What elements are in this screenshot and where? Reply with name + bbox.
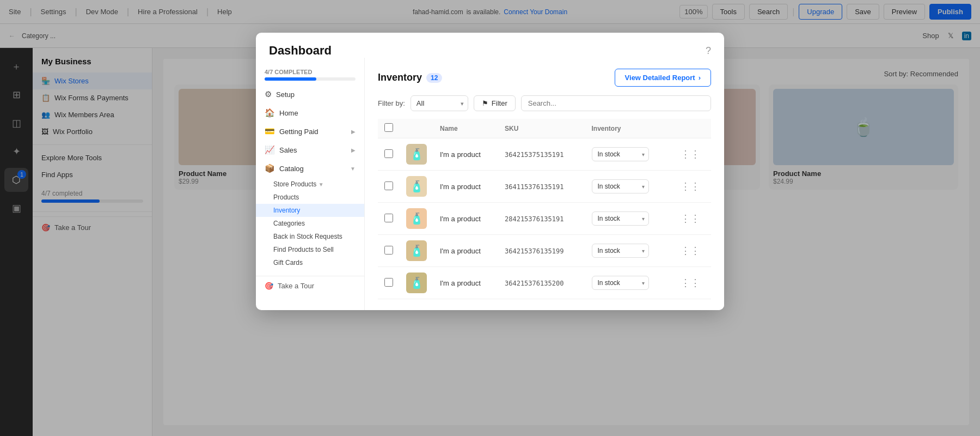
row-name-cell: I'm a product — [433, 203, 498, 235]
filter-bar: Filter by: All In stock Out of stock ⚑ F… — [378, 95, 711, 111]
row-checkbox-cell — [378, 267, 400, 299]
row-stock-cell[interactable]: In stock Out of stock Low stock — [585, 235, 670, 267]
product-thumbnail-4: 🧴 — [406, 272, 427, 293]
modal-nav-products[interactable]: Products — [256, 191, 364, 204]
filter-by-label: Filter by: — [378, 99, 405, 107]
row-thumb-cell: 🧴 — [400, 138, 433, 171]
stock-select-2[interactable]: In stock Out of stock Low stock — [592, 211, 649, 226]
filter-icon: ⚑ — [482, 99, 488, 107]
row-menu-icon-2[interactable]: ⋮⋮ — [676, 211, 705, 226]
row-menu-cell[interactable]: ⋮⋮ — [670, 235, 711, 267]
inventory-count: 12 — [426, 73, 442, 83]
table-row: 🧴 I'm a product 284215376135191 In stock… — [378, 203, 711, 235]
row-thumb-cell: 🧴 — [400, 203, 433, 235]
getting-paid-chevron: ▶ — [351, 129, 356, 135]
modal-nav-catalog[interactable]: 📦 Catalog ▼ — [256, 159, 364, 178]
row-menu-cell[interactable]: ⋮⋮ — [670, 171, 711, 203]
row-menu-cell[interactable]: ⋮⋮ — [670, 203, 711, 235]
stock-select-wrap-2[interactable]: In stock Out of stock Low stock — [592, 211, 649, 226]
inventory-table: Name SKU Inventory 🧴 I'm a product 36421… — [378, 119, 711, 299]
row-menu-icon-4[interactable]: ⋮⋮ — [676, 275, 705, 290]
table-row: 🧴 I'm a product 364215376135199 In stock… — [378, 235, 711, 267]
view-report-button[interactable]: View Detailed Report › — [615, 69, 711, 87]
stock-select-wrap-0[interactable]: In stock Out of stock Low stock — [592, 147, 649, 161]
search-input[interactable] — [521, 95, 711, 111]
table-header: Name SKU Inventory — [378, 119, 711, 138]
modal-nav: 4/7 completed ⚙ Setup 🏠 Home 💳 Getting P… — [256, 58, 365, 310]
row-name-cell: I'm a product — [433, 138, 498, 171]
row-checkbox-cell — [378, 235, 400, 267]
sales-icon: 📈 — [265, 145, 275, 155]
stock-select-wrap-1[interactable]: In stock Out of stock Low stock — [592, 179, 649, 193]
store-products-chevron: ▼ — [318, 181, 324, 187]
row-sku-cell: 364215375135191 — [498, 138, 585, 171]
stock-select-4[interactable]: In stock Out of stock Low stock — [592, 276, 649, 290]
filter-button[interactable]: ⚑ Filter — [474, 95, 516, 111]
select-all-checkbox[interactable] — [384, 123, 393, 132]
table-row: 🧴 I'm a product 364115376135191 In stock… — [378, 171, 711, 203]
row-menu-icon-3[interactable]: ⋮⋮ — [676, 243, 705, 258]
row-checkbox-1[interactable] — [384, 181, 393, 190]
stock-select-wrap-3[interactable]: In stock Out of stock Low stock — [592, 244, 649, 258]
product-sku-1: 364115376135191 — [505, 183, 564, 191]
modal-nav-getting-paid[interactable]: 💳 Getting Paid ▶ — [256, 122, 364, 141]
row-sku-cell: 364215376135199 — [498, 235, 585, 267]
row-menu-icon-1[interactable]: ⋮⋮ — [676, 179, 705, 194]
table-row: 🧴 I'm a product 364215375135191 In stock… — [378, 138, 711, 171]
modal-nav-sales[interactable]: 📈 Sales ▶ — [256, 141, 364, 159]
modal-nav-categories[interactable]: Categories — [256, 217, 364, 230]
row-stock-cell[interactable]: In stock Out of stock Low stock — [585, 203, 670, 235]
row-checkbox-2[interactable] — [384, 214, 393, 222]
row-menu-icon-0[interactable]: ⋮⋮ — [676, 147, 705, 162]
modal-nav-back-in-stock[interactable]: Back in Stock Requests — [256, 230, 364, 243]
modal-nav-home[interactable]: 🏠 Home — [256, 104, 364, 122]
row-stock-cell[interactable]: In stock Out of stock Low stock — [585, 138, 670, 171]
modal-help-icon[interactable]: ? — [706, 45, 711, 57]
modal-nav-store-products[interactable]: Store Products ▼ — [256, 178, 364, 191]
modal-nav-setup[interactable]: ⚙ Setup — [256, 85, 364, 104]
stock-select-wrap-4[interactable]: In stock Out of stock Low stock — [592, 276, 649, 290]
row-name-cell: I'm a product — [433, 171, 498, 203]
filter-select-wrap[interactable]: All In stock Out of stock — [411, 95, 468, 111]
row-stock-cell[interactable]: In stock Out of stock Low stock — [585, 171, 670, 203]
modal-main-content: Inventory 12 View Detailed Report › Filt… — [365, 58, 724, 310]
inventory-header: Inventory 12 View Detailed Report › — [378, 69, 711, 87]
row-sku-cell: 364215376135200 — [498, 267, 585, 299]
row-name-cell: I'm a product — [433, 267, 498, 299]
table-header-row: Name SKU Inventory — [378, 119, 711, 138]
col-thumb — [400, 119, 433, 138]
product-sku-2: 284215376135191 — [505, 215, 564, 223]
row-checkbox-4[interactable] — [384, 278, 393, 287]
stock-select-0[interactable]: In stock Out of stock Low stock — [592, 147, 649, 161]
filter-select[interactable]: All In stock Out of stock — [411, 95, 468, 111]
product-name-2: I'm a product — [440, 215, 481, 223]
stock-select-1[interactable]: In stock Out of stock Low stock — [592, 179, 649, 193]
row-menu-cell[interactable]: ⋮⋮ — [670, 138, 711, 171]
stock-select-3[interactable]: In stock Out of stock Low stock — [592, 244, 649, 258]
row-stock-cell[interactable]: In stock Out of stock Low stock — [585, 267, 670, 299]
modal-take-tour[interactable]: 🎯 Take a Tour — [256, 276, 364, 295]
product-name-1: I'm a product — [440, 183, 481, 191]
row-checkbox-3[interactable] — [384, 246, 393, 255]
modal-header: Dashboard ? — [256, 33, 724, 58]
setup-icon: ⚙ — [265, 89, 272, 99]
nav-section-progress: 4/7 completed — [256, 64, 364, 85]
col-checkbox — [378, 119, 400, 138]
modal-nav-find-products[interactable]: Find Products to Sell — [256, 243, 364, 256]
modal-progress-fill — [265, 77, 316, 81]
inventory-table-body: 🧴 I'm a product 364215375135191 In stock… — [378, 138, 711, 299]
row-checkbox-0[interactable] — [384, 149, 393, 158]
modal-overlay[interactable]: Dashboard ? 4/7 completed ⚙ Setup 🏠 — [0, 0, 980, 436]
dashboard-modal: Dashboard ? 4/7 completed ⚙ Setup 🏠 — [256, 33, 724, 310]
product-thumbnail-2: 🧴 — [406, 208, 427, 229]
getting-paid-icon: 💳 — [265, 126, 275, 136]
row-thumb-cell: 🧴 — [400, 235, 433, 267]
product-name-0: I'm a product — [440, 150, 481, 159]
col-actions — [670, 119, 711, 138]
row-menu-cell[interactable]: ⋮⋮ — [670, 267, 711, 299]
col-inventory: Inventory — [585, 119, 670, 138]
modal-nav-gift-cards[interactable]: Gift Cards — [256, 256, 364, 269]
row-sku-cell: 284215376135191 — [498, 203, 585, 235]
col-sku: SKU — [498, 119, 585, 138]
modal-nav-inventory[interactable]: Inventory — [256, 204, 364, 217]
